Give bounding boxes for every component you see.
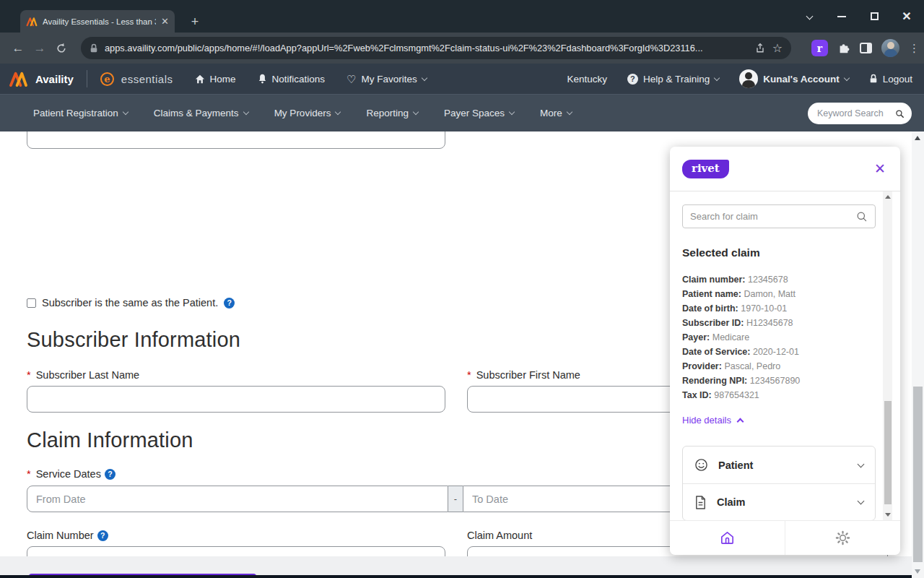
- keyword-search-input[interactable]: [817, 108, 892, 118]
- nav-payer-spaces[interactable]: Payer Spaces: [444, 108, 514, 118]
- address-bar[interactable]: apps.availity.com/public/apps/home/#!/lo…: [81, 37, 791, 59]
- window-close-icon[interactable]: ✕: [901, 11, 912, 22]
- scroll-down-icon[interactable]: [885, 513, 891, 517]
- detail-payer: Payer: Medicare: [682, 330, 888, 345]
- chevron-down-icon: [123, 109, 128, 115]
- required-marker: *: [27, 369, 31, 381]
- scroll-up-icon[interactable]: [885, 195, 891, 199]
- extensions-area: r ⋮: [811, 33, 920, 64]
- scroll-up-icon[interactable]: [915, 136, 920, 140]
- subscriber-last-name-input[interactable]: [27, 386, 445, 413]
- availity-header: Availity e essentials Home Notifications…: [0, 64, 924, 94]
- rivet-panel: rivet ✕ Selected claim Claim number: 123…: [670, 147, 900, 555]
- chevron-down-icon: [567, 109, 572, 115]
- date-range-separator: -: [448, 486, 463, 512]
- document-icon: [694, 496, 707, 509]
- browser-titlebar: Availity Essentials - Less than 30 ✕ + ✕: [0, 0, 924, 33]
- chevron-down-icon: [422, 74, 427, 80]
- window-maximize-icon[interactable]: [868, 11, 880, 22]
- service-dates-label: * Service Dates ?: [27, 468, 116, 480]
- bell-icon: [258, 74, 267, 84]
- availity-logo-icon: [9, 71, 28, 87]
- profile-avatar[interactable]: [881, 39, 899, 57]
- window-controls: ✕: [803, 0, 918, 33]
- rivet-claim-search-box[interactable]: [682, 204, 876, 228]
- chrome-menu-icon[interactable]: ⋮: [909, 42, 920, 55]
- rivet-scrollbar-thumb[interactable]: [884, 401, 892, 504]
- rivet-panel-body: Selected claim Claim number: 12345678 Pa…: [670, 191, 900, 426]
- header-region[interactable]: Kentucky: [567, 74, 607, 85]
- availity-wordmark[interactable]: Availity: [35, 73, 74, 85]
- rivet-extension-icon[interactable]: r: [811, 40, 828, 56]
- keyword-search-box[interactable]: [808, 103, 912, 124]
- essentials-logo-icon: e: [100, 72, 114, 86]
- chevron-up-icon: [736, 418, 744, 426]
- header-favorites-menu[interactable]: ♡ My Favorites: [346, 74, 427, 85]
- hide-details-link[interactable]: Hide details: [682, 415, 888, 426]
- scroll-down-icon[interactable]: [915, 569, 920, 574]
- header-notifications-link[interactable]: Notifications: [258, 74, 326, 85]
- help-icon[interactable]: ?: [97, 530, 108, 541]
- account-avatar: [739, 69, 758, 88]
- essentials-wordmark[interactable]: essentials: [121, 73, 173, 85]
- help-icon[interactable]: ?: [105, 469, 116, 480]
- header-help-menu[interactable]: ? Help & Training: [627, 74, 719, 85]
- nav-patient-registration[interactable]: Patient Registration: [33, 108, 128, 118]
- bookmark-star-icon[interactable]: ☆: [772, 41, 783, 55]
- detail-tax-id: Tax ID: 987654321: [682, 388, 888, 402]
- accordion-claim[interactable]: Claim: [683, 483, 875, 520]
- availity-brand-group: Availity e essentials: [0, 70, 173, 87]
- browser-tab[interactable]: Availity Essentials - Less than 30 ✕: [20, 10, 175, 33]
- header-right-group: Kentucky ? Help & Training Kunal's Accou…: [567, 69, 924, 88]
- header-home-link[interactable]: Home: [195, 74, 236, 85]
- url-text: apps.availity.com/public/apps/home/#!/lo…: [105, 43, 748, 53]
- window-chevron-icon[interactable]: [803, 11, 815, 22]
- lock-icon: [90, 43, 98, 53]
- header-logout-link[interactable]: Logout: [869, 74, 912, 85]
- rivet-home-button[interactable]: [670, 521, 785, 555]
- new-tab-button[interactable]: +: [186, 13, 204, 30]
- smiley-face-icon: [694, 458, 708, 472]
- required-marker: *: [27, 468, 31, 480]
- gear-icon: [834, 530, 851, 546]
- subscriber-same-checkbox[interactable]: [27, 298, 36, 308]
- selected-claim-heading: Selected claim: [682, 246, 888, 259]
- extensions-puzzle-icon[interactable]: [837, 42, 850, 55]
- from-date-input[interactable]: [27, 486, 448, 512]
- nav-more[interactable]: More: [540, 108, 572, 118]
- tab-title: Availity Essentials - Less than 30: [43, 17, 156, 26]
- tab-close-icon[interactable]: ✕: [161, 17, 169, 26]
- nav-claims-payments[interactable]: Claims & Payments: [154, 108, 248, 118]
- selected-claim-details: Claim number: 12345678 Patient name: Dam…: [682, 272, 888, 402]
- page-scrollbar[interactable]: [912, 131, 924, 578]
- chevron-down-icon: [335, 109, 341, 115]
- claim-number-label: Claim Number ?: [27, 530, 108, 541]
- close-icon[interactable]: ✕: [874, 162, 886, 176]
- rivet-settings-button[interactable]: [785, 521, 900, 555]
- rivet-scrollbar[interactable]: [883, 191, 892, 520]
- refresh-icon[interactable]: [51, 43, 72, 54]
- subscriber-same-checkbox-row: Subscriber is the same as the Patient. ?: [27, 297, 235, 309]
- window-minimize-icon[interactable]: [836, 11, 847, 22]
- previous-field-input[interactable]: [27, 131, 445, 149]
- nav-my-providers[interactable]: My Providers: [274, 108, 341, 118]
- nav-reporting[interactable]: Reporting: [366, 108, 418, 118]
- rivet-accordion: Patient Claim: [682, 446, 876, 521]
- home-icon: [719, 530, 736, 546]
- availity-favicon: [26, 17, 38, 27]
- forward-icon[interactable]: →: [29, 41, 51, 56]
- side-panel-icon[interactable]: [860, 43, 872, 53]
- window-bottom-edge: [0, 575, 924, 578]
- header-account-menu[interactable]: Kunal's Account: [739, 69, 848, 88]
- share-icon[interactable]: [754, 43, 766, 54]
- help-icon[interactable]: ?: [224, 298, 235, 309]
- back-icon[interactable]: ←: [7, 41, 29, 56]
- header-divider: [87, 70, 87, 87]
- page-scrollbar-thumb[interactable]: [913, 387, 923, 562]
- accordion-patient[interactable]: Patient: [683, 447, 875, 483]
- detail-patient-name: Patient name: Damon, Matt: [682, 287, 888, 301]
- rivet-claim-search-input[interactable]: [690, 211, 856, 222]
- claim-amount-label: Claim Amount: [467, 530, 532, 541]
- subscriber-information-heading: Subscriber Information: [27, 328, 240, 352]
- home-icon: [195, 74, 205, 84]
